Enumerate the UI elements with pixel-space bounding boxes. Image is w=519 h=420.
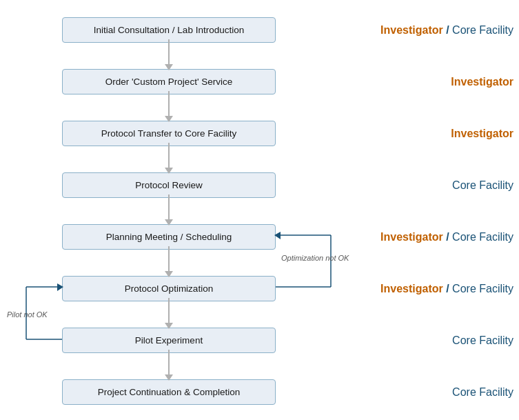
label-slash-6: /: [443, 283, 452, 294]
label-step4: Core Facility: [376, 179, 513, 192]
label-investigator-1: Investigator: [380, 24, 443, 36]
label-investigator-5: Investigator: [380, 231, 443, 243]
step8-label: Project Continuation & Completion: [98, 387, 240, 397]
step7-label: Pilot Experiment: [135, 335, 203, 346]
step-protocol-optimization: Protocol Optimization: [62, 276, 276, 301]
label-core-7: Core Facility: [452, 334, 513, 346]
label-step1: Investigator / Core Facility: [376, 24, 513, 37]
label-investigator-2: Investigator: [451, 76, 513, 88]
label-step5: Investigator / Core Facility: [376, 231, 513, 243]
step1-label: Initial Consultation / Lab Introduction: [94, 25, 244, 35]
label-step6: Investigator / Core Facility: [376, 283, 513, 295]
diagram-container: Initial Consultation / Lab Introduction …: [0, 0, 519, 420]
svg-text:Optimization not OK: Optimization not OK: [281, 254, 349, 262]
step2-label: Order 'Custom Project' Service: [105, 77, 232, 87]
label-step3: Investigator: [376, 128, 513, 140]
label-slash-1: /: [443, 24, 452, 36]
step-project-completion: Project Continuation & Completion: [62, 379, 276, 405]
step-pilot-experiment: Pilot Experiment: [62, 328, 276, 353]
step-order-service: Order 'Custom Project' Service: [62, 69, 276, 94]
label-step7: Core Facility: [376, 334, 513, 347]
label-step2: Investigator: [376, 76, 513, 88]
label-core-4: Core Facility: [452, 179, 513, 191]
step4-label: Protocol Review: [135, 180, 203, 190]
step-initial-consultation: Initial Consultation / Lab Introduction: [62, 17, 276, 43]
step-planning-meeting: Planning Meeting / Scheduling: [62, 224, 276, 250]
label-step8: Core Facility: [376, 386, 513, 399]
label-investigator-3: Investigator: [451, 128, 513, 139]
svg-text:Pilot not OK: Pilot not OK: [7, 310, 48, 319]
arrows-overlay: Optimization not OK Pilot not OK: [0, 0, 519, 420]
step-protocol-transfer: Protocol Transfer to Core Facility: [62, 121, 276, 146]
label-core-8: Core Facility: [452, 386, 513, 398]
label-slash-5: /: [443, 231, 452, 243]
step-protocol-review: Protocol Review: [62, 172, 276, 198]
label-core-1: Core Facility: [452, 24, 513, 36]
step6-label: Protocol Optimization: [125, 283, 213, 294]
label-core-5: Core Facility: [452, 231, 513, 243]
label-core-6: Core Facility: [452, 283, 513, 294]
step5-label: Planning Meeting / Scheduling: [106, 232, 232, 242]
label-investigator-6: Investigator: [380, 283, 443, 294]
step3-label: Protocol Transfer to Core Facility: [101, 128, 237, 139]
